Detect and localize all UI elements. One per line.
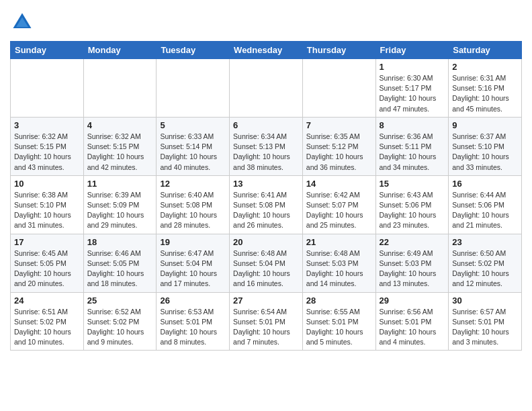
- day-info: Sunrise: 6:46 AM Sunset: 5:05 PM Dayligh…: [87, 248, 153, 289]
- logo: [10, 10, 37, 34]
- day-info: Sunrise: 6:54 AM Sunset: 5:01 PM Dayligh…: [233, 307, 299, 348]
- day-number: 10: [14, 179, 80, 189]
- calendar-cell: 4Sunrise: 6:32 AM Sunset: 5:15 PM Daylig…: [83, 117, 157, 175]
- calendar-cell: 7Sunrise: 6:35 AM Sunset: 5:12 PM Daylig…: [302, 117, 375, 175]
- day-number: 4: [87, 120, 153, 130]
- weekday-header: Tuesday: [157, 42, 230, 59]
- day-info: Sunrise: 6:40 AM Sunset: 5:08 PM Dayligh…: [160, 190, 226, 231]
- calendar-week-row: 3Sunrise: 6:32 AM Sunset: 5:15 PM Daylig…: [11, 117, 522, 175]
- weekday-header: Thursday: [302, 42, 375, 59]
- calendar-cell: 16Sunrise: 6:44 AM Sunset: 5:06 PM Dayli…: [449, 175, 522, 234]
- calendar-cell: [230, 59, 303, 118]
- day-number: 28: [306, 295, 372, 306]
- calendar-cell: [83, 59, 157, 118]
- day-info: Sunrise: 6:47 AM Sunset: 5:04 PM Dayligh…: [160, 248, 226, 289]
- day-info: Sunrise: 6:43 AM Sunset: 5:06 PM Dayligh…: [380, 190, 445, 231]
- day-number: 22: [380, 237, 445, 247]
- weekday-header: Friday: [375, 42, 449, 59]
- calendar-cell: 6Sunrise: 6:34 AM Sunset: 5:13 PM Daylig…: [230, 117, 303, 175]
- calendar-cell: 8Sunrise: 6:36 AM Sunset: 5:11 PM Daylig…: [375, 117, 449, 175]
- calendar-cell: 13Sunrise: 6:41 AM Sunset: 5:08 PM Dayli…: [230, 175, 303, 234]
- calendar-cell: 10Sunrise: 6:38 AM Sunset: 5:10 PM Dayli…: [11, 175, 84, 234]
- logo-icon: [10, 10, 34, 34]
- weekday-header: Monday: [83, 42, 157, 59]
- day-number: 12: [160, 179, 226, 189]
- day-info: Sunrise: 6:53 AM Sunset: 5:01 PM Dayligh…: [160, 307, 226, 348]
- day-number: 5: [160, 120, 226, 130]
- day-number: 24: [14, 295, 80, 306]
- day-info: Sunrise: 6:41 AM Sunset: 5:08 PM Dayligh…: [233, 190, 299, 231]
- calendar-cell: 9Sunrise: 6:37 AM Sunset: 5:10 PM Daylig…: [449, 117, 522, 175]
- day-info: Sunrise: 6:34 AM Sunset: 5:13 PM Dayligh…: [233, 132, 299, 173]
- calendar-week-row: 1Sunrise: 6:30 AM Sunset: 5:17 PM Daylig…: [11, 59, 522, 118]
- calendar-cell: 23Sunrise: 6:50 AM Sunset: 5:02 PM Dayli…: [449, 234, 522, 292]
- day-info: Sunrise: 6:48 AM Sunset: 5:04 PM Dayligh…: [233, 248, 299, 289]
- day-info: Sunrise: 6:38 AM Sunset: 5:10 PM Dayligh…: [14, 190, 80, 231]
- day-number: 13: [233, 179, 299, 189]
- day-number: 2: [452, 62, 518, 72]
- day-info: Sunrise: 6:33 AM Sunset: 5:14 PM Dayligh…: [160, 132, 226, 173]
- day-info: Sunrise: 6:37 AM Sunset: 5:10 PM Dayligh…: [452, 132, 518, 173]
- calendar-week-row: 24Sunrise: 6:51 AM Sunset: 5:02 PM Dayli…: [11, 292, 522, 351]
- calendar-cell: 15Sunrise: 6:43 AM Sunset: 5:06 PM Dayli…: [375, 175, 449, 234]
- day-number: 17: [14, 237, 80, 247]
- day-number: 19: [160, 237, 226, 247]
- day-number: 7: [306, 120, 372, 130]
- header: [10, 10, 522, 34]
- weekday-header: Saturday: [449, 42, 522, 59]
- day-number: 29: [380, 295, 445, 306]
- day-number: 25: [87, 295, 153, 306]
- day-number: 21: [306, 237, 372, 247]
- calendar-cell: 14Sunrise: 6:42 AM Sunset: 5:07 PM Dayli…: [302, 175, 375, 234]
- calendar-cell: 29Sunrise: 6:56 AM Sunset: 5:01 PM Dayli…: [375, 292, 449, 351]
- day-number: 11: [87, 179, 153, 189]
- day-number: 8: [380, 120, 445, 130]
- calendar-cell: 17Sunrise: 6:45 AM Sunset: 5:05 PM Dayli…: [11, 234, 84, 292]
- day-info: Sunrise: 6:39 AM Sunset: 5:09 PM Dayligh…: [87, 190, 153, 231]
- calendar-cell: [157, 59, 230, 118]
- calendar-cell: [302, 59, 375, 118]
- day-info: Sunrise: 6:36 AM Sunset: 5:11 PM Dayligh…: [380, 132, 445, 173]
- calendar-week-row: 17Sunrise: 6:45 AM Sunset: 5:05 PM Dayli…: [11, 234, 522, 292]
- day-info: Sunrise: 6:49 AM Sunset: 5:03 PM Dayligh…: [380, 248, 445, 289]
- calendar-cell: 24Sunrise: 6:51 AM Sunset: 5:02 PM Dayli…: [11, 292, 84, 351]
- calendar-cell: 18Sunrise: 6:46 AM Sunset: 5:05 PM Dayli…: [83, 234, 157, 292]
- day-info: Sunrise: 6:31 AM Sunset: 5:16 PM Dayligh…: [452, 73, 518, 114]
- calendar-cell: 26Sunrise: 6:53 AM Sunset: 5:01 PM Dayli…: [157, 292, 230, 351]
- day-info: Sunrise: 6:52 AM Sunset: 5:02 PM Dayligh…: [87, 307, 153, 348]
- calendar-week-row: 10Sunrise: 6:38 AM Sunset: 5:10 PM Dayli…: [11, 175, 522, 234]
- day-info: Sunrise: 6:50 AM Sunset: 5:02 PM Dayligh…: [452, 248, 518, 289]
- weekday-header: Wednesday: [230, 42, 303, 59]
- day-info: Sunrise: 6:45 AM Sunset: 5:05 PM Dayligh…: [14, 248, 80, 289]
- day-info: Sunrise: 6:55 AM Sunset: 5:01 PM Dayligh…: [306, 307, 372, 348]
- weekday-header: Sunday: [11, 42, 84, 59]
- day-number: 16: [452, 179, 518, 189]
- day-number: 1: [380, 62, 445, 72]
- calendar-cell: 11Sunrise: 6:39 AM Sunset: 5:09 PM Dayli…: [83, 175, 157, 234]
- day-info: Sunrise: 6:35 AM Sunset: 5:12 PM Dayligh…: [306, 132, 372, 173]
- calendar: SundayMondayTuesdayWednesdayThursdayFrid…: [10, 41, 522, 351]
- day-number: 9: [452, 120, 518, 130]
- day-info: Sunrise: 6:57 AM Sunset: 5:01 PM Dayligh…: [452, 307, 518, 348]
- calendar-cell: 25Sunrise: 6:52 AM Sunset: 5:02 PM Dayli…: [83, 292, 157, 351]
- day-number: 20: [233, 237, 299, 247]
- calendar-header-row: SundayMondayTuesdayWednesdayThursdayFrid…: [11, 42, 522, 59]
- day-info: Sunrise: 6:44 AM Sunset: 5:06 PM Dayligh…: [452, 190, 518, 231]
- day-number: 15: [380, 179, 445, 189]
- day-number: 27: [233, 295, 299, 306]
- calendar-cell: 5Sunrise: 6:33 AM Sunset: 5:14 PM Daylig…: [157, 117, 230, 175]
- day-number: 18: [87, 237, 153, 247]
- calendar-cell: 22Sunrise: 6:49 AM Sunset: 5:03 PM Dayli…: [375, 234, 449, 292]
- calendar-cell: 3Sunrise: 6:32 AM Sunset: 5:15 PM Daylig…: [11, 117, 84, 175]
- day-number: 14: [306, 179, 372, 189]
- calendar-cell: [11, 59, 84, 118]
- day-info: Sunrise: 6:30 AM Sunset: 5:17 PM Dayligh…: [380, 73, 445, 114]
- calendar-cell: 27Sunrise: 6:54 AM Sunset: 5:01 PM Dayli…: [230, 292, 303, 351]
- day-info: Sunrise: 6:56 AM Sunset: 5:01 PM Dayligh…: [380, 307, 445, 348]
- calendar-cell: 28Sunrise: 6:55 AM Sunset: 5:01 PM Dayli…: [302, 292, 375, 351]
- calendar-cell: 1Sunrise: 6:30 AM Sunset: 5:17 PM Daylig…: [375, 59, 449, 118]
- calendar-cell: 19Sunrise: 6:47 AM Sunset: 5:04 PM Dayli…: [157, 234, 230, 292]
- page-container: SundayMondayTuesdayWednesdayThursdayFrid…: [0, 0, 532, 357]
- day-number: 30: [452, 295, 518, 306]
- day-number: 26: [160, 295, 226, 306]
